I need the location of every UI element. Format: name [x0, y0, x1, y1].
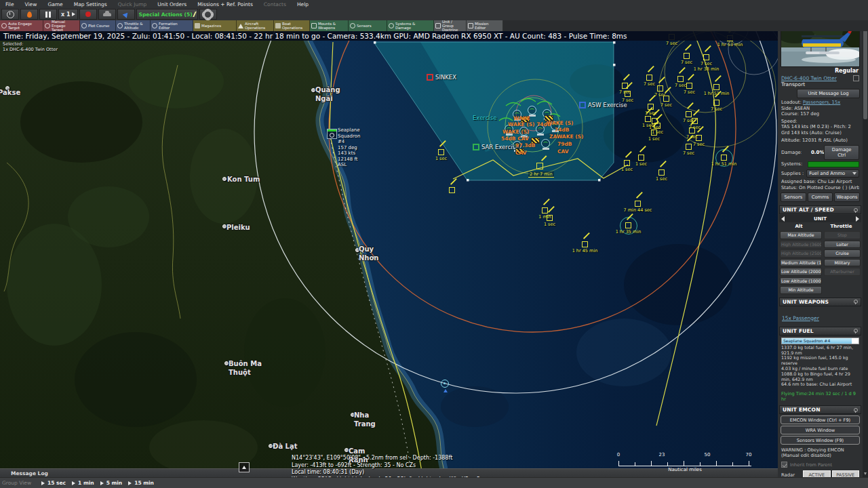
- seaplane-unit-icon[interactable]: [327, 129, 337, 139]
- settings-button[interactable]: [199, 9, 217, 20]
- boat-operations-button[interactable]: Boat Operations: [274, 20, 310, 31]
- throttle-button-cruise[interactable]: Cruise: [824, 249, 861, 258]
- unit-alt-speed-header[interactable]: UNIT ALT / SPEED: [779, 205, 861, 214]
- contact-marker[interactable]: 1 sec: [547, 215, 553, 221]
- menu-item-missions-ref-points[interactable]: Missions + Ref. Points: [192, 1, 258, 7]
- record-button[interactable]: [79, 9, 97, 20]
- pin-icon[interactable]: [854, 329, 858, 333]
- auto-engage-button[interactable]: Auto Engage Target: [0, 20, 43, 31]
- contact-marker[interactable]: 1 min: [542, 207, 548, 214]
- manual-engage-button[interactable]: Manual Engage Target: [43, 20, 80, 31]
- menu-item-unit-orders[interactable]: Unit Orders: [152, 1, 192, 7]
- waypoint-marker[interactable]: 2 hr 7 min: [536, 163, 554, 178]
- contact-marker[interactable]: 7 sec: [713, 100, 719, 106]
- alt-button-medium-altitude-12000-ft[interactable]: Medium Altitude (12000 ft): [780, 259, 822, 267]
- menu-item-file[interactable]: File: [0, 1, 20, 7]
- contact-marker[interactable]: [449, 187, 455, 193]
- mounts-weapons-button[interactable]: Mounts & Weapons: [310, 20, 349, 31]
- time-step-15-sec[interactable]: 15 sec: [41, 480, 66, 486]
- damage-ctrl-button[interactable]: Damage Ctrl: [824, 145, 859, 160]
- contact-marker[interactable]: 1 hr 35 min: [625, 222, 631, 228]
- unit-weapons-header[interactable]: UNIT WEAPONS: [779, 298, 861, 306]
- throttle-button-loiter[interactable]: Loiter: [824, 241, 861, 249]
- pin-icon[interactable]: [854, 208, 858, 212]
- contact-marker[interactable]: 7 sec: [646, 75, 652, 81]
- tab-sensors[interactable]: Sensors: [781, 192, 806, 202]
- emcon-button-emcon-window-ctrl-f9[interactable]: EMCON Window (Ctrl + F9): [781, 415, 860, 424]
- systems-damage-button[interactable]: Systems & Damage: [387, 20, 434, 31]
- tab-weapons[interactable]: Weapons: [834, 192, 860, 202]
- special-actions-button[interactable]: Special Actions (5): [136, 9, 198, 20]
- time-step-1-min[interactable]: 1 min: [72, 480, 94, 486]
- loadout-link[interactable]: Passengers, 15x: [803, 100, 840, 105]
- scrollbar-thumb[interactable]: [863, 18, 867, 119]
- waypoint-icon[interactable]: [536, 163, 543, 169]
- contact-marker[interactable]: 1 sec: [658, 169, 665, 176]
- pin-icon[interactable]: [854, 300, 858, 304]
- scenario-fire-button[interactable]: [20, 9, 38, 20]
- info-icon[interactable]: [853, 75, 859, 81]
- pause-button[interactable]: [39, 9, 57, 20]
- next-unit-icon[interactable]: [856, 216, 859, 222]
- tab-comms[interactable]: Comms: [808, 192, 833, 202]
- scroll-down-icon[interactable]: [864, 472, 867, 475]
- menu-item-map-settings[interactable]: Map Settings: [68, 1, 113, 7]
- contact-marker[interactable]: 7 sec: [663, 96, 669, 102]
- contact-marker[interactable]: 1 sec: [438, 149, 444, 155]
- contact-marker[interactable]: 1 sec: [645, 116, 651, 122]
- surface-contact-marker[interactable]: [441, 380, 449, 388]
- supplies-select[interactable]: Fuel and Ammo: [806, 169, 859, 178]
- contact-marker[interactable]: 1 sec: [638, 155, 644, 161]
- menu-item-help[interactable]: Help: [292, 1, 314, 7]
- contact-marker[interactable]: 1 hr 51 min: [721, 155, 727, 161]
- emcon-button-sensors-window-f9[interactable]: Sensors Window (F9): [781, 436, 860, 445]
- contact-marker[interactable]: 1 hr 45 min: [582, 241, 588, 247]
- unit-type-link[interactable]: DHC-6-400 Twin Otter: [781, 75, 837, 81]
- contact-marker[interactable]: 7 sec: [686, 144, 692, 150]
- alt-button-max-altitude[interactable]: Max Altitude: [780, 231, 822, 239]
- contact-marker[interactable]: 7 sec: [696, 135, 702, 141]
- contact-marker[interactable]: 7 sec 1 hr 38 min: [703, 54, 709, 60]
- map-view[interactable]: Time: Friday, September 19, 2025 - Zulu:…: [0, 0, 778, 477]
- task-force-unit-icon[interactable]: [528, 106, 536, 115]
- contact-marker[interactable]: 7 sec: [657, 85, 663, 92]
- jump-button[interactable]: [117, 9, 135, 20]
- contact-marker[interactable]: 7 sec: [625, 91, 631, 97]
- game-clock-button[interactable]: [1, 9, 19, 20]
- task-force-unit-icon[interactable]: [541, 139, 550, 148]
- unit-message-log-button[interactable]: Unit Message Log: [797, 89, 860, 98]
- alt-button-low-altitude-1000-ft[interactable]: Low Altitude (1000 ft): [780, 277, 822, 285]
- unit-group-doctrine-button[interactable]: Unit / Group Doctrine: [434, 20, 467, 31]
- contact-marker[interactable]: 7 sec: [684, 53, 690, 59]
- contact-marker[interactable]: 7 sec: [686, 83, 692, 89]
- checkbox-checked-icon[interactable]: [781, 462, 787, 468]
- throttle-altitude-button[interactable]: Throttle & Altitude: [116, 20, 151, 31]
- weapons-loadout-link[interactable]: 15x Passenger: [782, 315, 819, 321]
- alt-button-low-altitude-2000-ft[interactable]: Low Altitude (2000 ft): [780, 268, 822, 276]
- contact-marker[interactable]: 1 hr 51 min: [713, 84, 719, 90]
- contact-marker[interactable]: 7 sec: [689, 127, 695, 134]
- unit-emcon-header[interactable]: UNIT EMCON: [779, 405, 861, 414]
- sensors-button[interactable]: Sensors: [349, 20, 387, 31]
- menu-item-view[interactable]: View: [20, 1, 43, 7]
- recorder-button[interactable]: [98, 9, 116, 20]
- formation-editor-button[interactable]: Formation Editor: [151, 20, 193, 31]
- throttle-button-military[interactable]: Military: [824, 259, 861, 267]
- contact-marker[interactable]: 7 sec: [686, 111, 692, 117]
- magazines-button[interactable]: Magazines: [193, 20, 237, 31]
- mission-editor-button[interactable]: Mission Editor: [467, 20, 503, 31]
- alt-button-min-altitude[interactable]: Min Altitude: [780, 286, 822, 294]
- unit-fuel-header[interactable]: UNIT FUEL: [779, 327, 861, 336]
- contact-marker[interactable]: 7 sec: [677, 76, 684, 82]
- time-compression-button[interactable]: x 1: [58, 9, 78, 20]
- menu-item-game[interactable]: Game: [42, 1, 68, 7]
- emcon-button-wra-window[interactable]: WRA Window: [781, 426, 860, 434]
- inherit-from-parent-row[interactable]: Inherit from Parent: [778, 458, 863, 470]
- contact-marker[interactable]: 1 sec: [651, 129, 657, 136]
- aircraft-operations-button[interactable]: Aircraft Operations: [237, 20, 274, 31]
- plot-course-button[interactable]: Plot Course: [80, 20, 116, 31]
- pin-icon[interactable]: [854, 408, 858, 412]
- contact-marker[interactable]: 1 sec: [624, 160, 630, 166]
- expand-log-icon[interactable]: [239, 462, 250, 472]
- sidebar-scrollbar[interactable]: [863, 0, 868, 477]
